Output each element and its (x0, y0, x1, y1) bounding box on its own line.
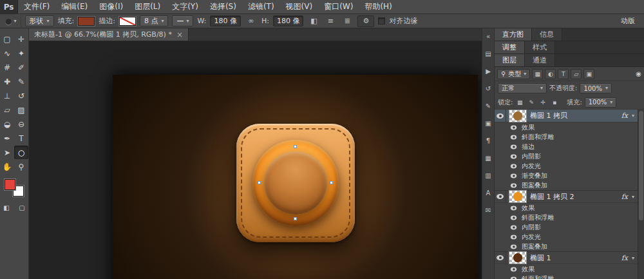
path-select-tool[interactable]: ➤ (0, 146, 14, 159)
marquee-tool[interactable]: ▢ (0, 32, 14, 46)
eye-icon[interactable] (511, 154, 516, 159)
layers-scrollbar[interactable] (638, 110, 644, 279)
hand-tool[interactable]: ✋ (0, 160, 14, 173)
align-edges-checkbox[interactable] (378, 17, 385, 24)
eye-icon[interactable] (511, 276, 516, 279)
gradient-tool[interactable]: ▨ (14, 103, 28, 117)
layer-effect-item[interactable]: 斜面和浮雕 (495, 213, 638, 222)
eye-icon[interactable] (511, 206, 516, 210)
path-anchor-left[interactable] (258, 181, 261, 184)
move-tool[interactable]: ✛ (14, 32, 28, 46)
menu-type[interactable]: 文字(Y) (166, 0, 204, 14)
collapse-effects-icon[interactable]: ▾ (632, 113, 634, 119)
path-align-icon[interactable]: ≡ (324, 15, 337, 27)
layer-effect-item[interactable]: 内阴影 (495, 151, 638, 161)
eye-icon[interactable] (511, 225, 516, 229)
tab-channels[interactable]: 通道 (525, 54, 555, 66)
effects-header[interactable]: 效果 (495, 203, 638, 213)
eye-icon[interactable] (511, 173, 516, 178)
clone-stamp-tool[interactable]: ⊥ (0, 89, 14, 102)
eye-icon[interactable] (511, 125, 516, 130)
brush-panel-icon[interactable]: ✎ (483, 101, 493, 111)
layer-effect-item[interactable]: 图案叠加 (495, 242, 638, 251)
leather-app-icon[interactable] (236, 124, 355, 242)
tab-layers[interactable]: 图层 (495, 54, 525, 66)
layer-row[interactable]: 椭圆 1 拷贝 2 fx ▾ (495, 190, 638, 203)
filter-pixel-layers-icon[interactable]: ▦ (532, 69, 543, 79)
eye-icon[interactable] (511, 135, 516, 139)
quick-select-tool[interactable]: ✦ (14, 46, 28, 60)
fill-select[interactable]: 100% ▾ (585, 97, 617, 108)
visibility-toggle[interactable] (495, 191, 506, 202)
blend-mode-select[interactable]: 正常 ▾ (498, 83, 547, 93)
menu-select[interactable]: 选择(S) (204, 0, 242, 14)
layer-effect-item[interactable]: 描边 (495, 142, 638, 151)
eye-icon[interactable] (511, 267, 516, 271)
link-dimensions-icon[interactable]: ∞ (245, 15, 258, 27)
eye-icon[interactable] (511, 244, 516, 249)
layer-fx-icon[interactable]: fx (621, 193, 628, 201)
eye-icon[interactable] (511, 215, 516, 220)
document-tab[interactable]: 未标题-1 @ 66.7%(椭圆 1 拷贝, RGB/8) * × (29, 28, 189, 41)
layer-effect-item[interactable]: 斜面和浮雕 (495, 132, 638, 142)
filter-toggle-icon[interactable]: ◉ (636, 70, 641, 77)
pen-tool[interactable]: ✒ (0, 131, 14, 145)
lock-all-icon[interactable]: ▪ (550, 98, 559, 107)
layer-effect-item[interactable]: 内发光 (495, 161, 638, 171)
layer-fx-icon[interactable]: fx (621, 111, 628, 120)
character-panel-icon[interactable]: A (483, 188, 493, 198)
eye-icon[interactable] (511, 164, 516, 168)
path-arrange-icon[interactable]: ≣ (341, 15, 354, 27)
collapse-panels-icon[interactable]: « (483, 31, 493, 41)
layer-effect-item[interactable]: 斜面和浮雕 (495, 274, 638, 279)
eraser-tool[interactable]: ▱ (0, 103, 14, 117)
opacity-select[interactable]: 100% ▾ (580, 83, 612, 93)
history-brush-tool[interactable]: ↺ (14, 89, 28, 102)
layer-row[interactable]: 椭圆 1 fx ▾ (495, 251, 638, 264)
filter-smart-objects-icon[interactable]: ▣ (583, 69, 594, 79)
menu-file[interactable]: 文件(F) (18, 0, 55, 14)
quick-mask-button[interactable]: ◧ (0, 202, 13, 213)
filter-shape-layers-icon[interactable]: ▱ (571, 69, 582, 79)
document-canvas[interactable] (113, 75, 478, 279)
filter-type-layers-icon[interactable]: T (558, 69, 569, 79)
workspace-switcher[interactable]: 动版 (616, 16, 640, 26)
crop-tool[interactable]: # (0, 61, 14, 74)
stroke-width-select[interactable]: 8 点 ▾ (140, 15, 169, 26)
actions-panel-icon[interactable]: ▶ (483, 66, 493, 76)
close-icon[interactable]: × (176, 30, 183, 39)
stroke-swatch[interactable] (119, 17, 136, 26)
eye-icon[interactable] (511, 144, 516, 149)
canvas-area[interactable] (29, 41, 482, 279)
menu-help[interactable]: 帮助(H) (359, 0, 397, 14)
dodge-tool[interactable]: ⊖ (14, 117, 28, 131)
blur-tool[interactable]: ◒ (0, 117, 14, 131)
collapse-effects-icon[interactable]: ▾ (632, 194, 634, 200)
menu-edit[interactable]: 编辑(E) (55, 0, 93, 14)
lock-transparency-icon[interactable]: ▦ (515, 98, 524, 107)
tool-mode-select[interactable]: 形状 ▾ (25, 15, 54, 26)
zoom-tool[interactable]: ⚲ (14, 160, 28, 173)
layer-effect-item[interactable]: 内阴影 (495, 222, 638, 232)
eye-icon[interactable] (511, 235, 516, 239)
path-anchor-top[interactable] (294, 145, 297, 148)
layer-thumbnail[interactable] (509, 110, 526, 122)
eye-icon[interactable] (511, 183, 516, 188)
tab-info[interactable]: 信息 (532, 28, 562, 41)
type-tool[interactable]: T (14, 131, 28, 145)
history-panel-icon[interactable]: ↺ (483, 83, 493, 93)
layer-thumbnail[interactable] (509, 191, 526, 202)
visibility-toggle[interactable] (495, 110, 506, 122)
menu-image[interactable]: 图像(I) (93, 0, 129, 14)
menu-window[interactable]: 窗口(W) (318, 0, 359, 14)
lasso-tool[interactable]: ∿ (0, 46, 14, 60)
lock-position-icon[interactable]: ✛ (538, 98, 547, 107)
screen-mode-button[interactable]: ▢ (15, 202, 28, 213)
brush-tool[interactable]: ✎ (14, 75, 28, 88)
visibility-toggle[interactable] (495, 252, 506, 264)
tool-preset-picker[interactable]: ● ▾ (4, 15, 21, 27)
path-anchor-bottom[interactable] (294, 217, 297, 220)
layer-row[interactable]: 椭圆 1 拷贝 fx ▾ (495, 110, 638, 122)
menu-view[interactable]: 视图(V) (280, 0, 319, 14)
scrollbar-thumb[interactable] (639, 111, 643, 220)
